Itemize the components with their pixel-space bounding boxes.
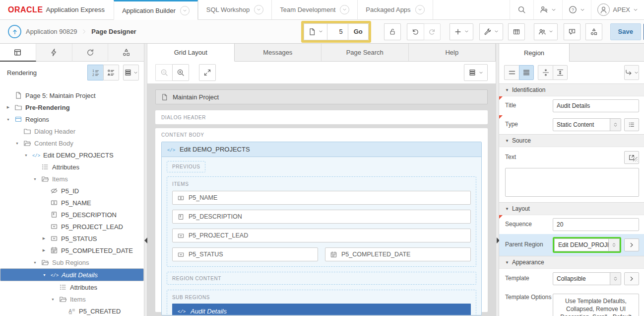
right-splitter[interactable] [496, 44, 499, 316]
resize-handle[interactable] [633, 157, 638, 161]
expand-all-button[interactable] [199, 64, 216, 81]
tree-node-p5-created[interactable]: AP5_CREATED [0, 305, 144, 316]
tree-node-regions[interactable]: ▼Regions [0, 113, 144, 125]
source-text-area[interactable] [505, 168, 639, 197]
save-button[interactable]: Save [610, 23, 641, 40]
nav-tab-menu[interactable] [415, 5, 425, 14]
center-tab-grid-layout[interactable]: Grid Layout [147, 44, 235, 62]
nav-tab-packaged-apps[interactable]: Packaged Apps [357, 0, 433, 19]
zoom-out-button[interactable] [155, 64, 172, 81]
region-edit-demo-projects[interactable]: </> Edit DEMO_PROJECTS PREVIOUS ITEMS P5… [161, 142, 482, 316]
tree-node-attributes[interactable]: Attributes [0, 161, 144, 173]
tree-node-page-5-maintain-project[interactable]: Page 5: Maintain Project [0, 89, 144, 101]
tree-down-arrow-icon[interactable]: ▼ [14, 142, 20, 145]
grid-item-p5_status[interactable]: P5_STATUS [172, 247, 318, 261]
tree-node-pre-rendering[interactable]: ▶Pre-Rendering [0, 101, 144, 113]
page-title-bar[interactable]: Maintain Project [155, 89, 488, 104]
grid-button[interactable] [508, 23, 525, 40]
tree-right-arrow-icon[interactable]: ▶ [41, 248, 47, 252]
left-tab-refresh[interactable] [72, 44, 109, 62]
section-identification[interactable]: ▼ Identification [499, 83, 644, 96]
previous-slot[interactable]: PREVIOUS [167, 161, 205, 172]
tree-node-dialog-header[interactable]: Dialog Header [0, 125, 144, 137]
breadcrumb-application[interactable]: Application 90829 [26, 28, 77, 35]
tree-node-edit-demo-projects[interactable]: ▼</>Edit DEMO_PROJECTS [0, 149, 144, 161]
template-goto-button[interactable] [624, 272, 639, 285]
tree-down-arrow-icon[interactable]: ▼ [50, 298, 56, 301]
plus-button[interactable] [450, 23, 473, 40]
wrench-button[interactable] [479, 23, 503, 40]
items-slot[interactable]: ITEMS P5_NAMEP5_DESCRIPTIONP5_PROJECT_LE… [167, 176, 476, 267]
tree-node-p5-completed-date[interactable]: ▶P5_COMPLETED_DATE [0, 244, 144, 256]
left-tab-bolt[interactable] [36, 44, 72, 62]
tree-down-arrow-icon[interactable]: ▼ [5, 118, 11, 121]
spinner-button[interactable] [610, 273, 621, 285]
team-button[interactable] [534, 23, 558, 40]
user-menu[interactable]: APEX [591, 0, 644, 19]
parent-region-goto-button[interactable] [624, 238, 639, 251]
template-options-button[interactable]: Use Template Defaults, Collapsed, Remove… [553, 294, 639, 316]
tree-node-p5-project-lead[interactable]: P5_PROJECT_LEAD [0, 221, 144, 233]
sub-region-audit-details[interactable]: </> Audit Details [172, 304, 471, 316]
administration-menu[interactable] [533, 0, 562, 19]
type-select[interactable]: Static Content [553, 118, 621, 131]
collapse-left-panel-handle[interactable] [144, 237, 147, 243]
spinner-button[interactable] [610, 119, 621, 131]
tree-node-audit-details[interactable]: ▼</>Audit Details [0, 268, 144, 281]
section-layout[interactable]: ▼ Layout [499, 202, 644, 215]
tree-down-arrow-icon[interactable]: ▼ [32, 261, 38, 264]
redo-button[interactable] [424, 23, 441, 40]
nav-tab-menu[interactable] [340, 5, 349, 14]
expand-v-button[interactable] [553, 65, 568, 80]
tab-region[interactable]: Region [499, 44, 570, 62]
tree-node-items[interactable]: ▼Items [0, 293, 144, 305]
page-picker-button[interactable] [304, 23, 327, 40]
center-tab-help[interactable]: Help [409, 44, 496, 62]
tree-node-attributes[interactable]: Attributes [0, 281, 144, 293]
tree-right-arrow-icon[interactable]: ▶ [41, 237, 47, 240]
comment-plus-button[interactable] [564, 23, 580, 40]
grid-item-p5_project_lead[interactable]: P5_PROJECT_LEAD [172, 229, 471, 242]
zoom-in-button[interactable] [172, 64, 189, 81]
center-tab-messages[interactable]: Messages [235, 44, 322, 62]
order-list-view-button[interactable]: 12 [87, 65, 103, 80]
sequence-input[interactable] [553, 218, 639, 231]
sub-regions-slot[interactable]: SUB REGIONS </> Audit Details [167, 290, 476, 316]
nav-tab-menu[interactable] [180, 6, 190, 15]
go-to-group-button[interactable] [624, 65, 639, 80]
tree-node-p5-description[interactable]: P5_DESCRIPTION [0, 209, 144, 221]
align-4-button[interactable] [519, 65, 534, 80]
grid-item-p5_completed_date[interactable]: P5_COMPLETED_DATE [325, 247, 471, 261]
section-appearance[interactable]: ▼ Appearance [499, 256, 644, 269]
tree-node-content-body[interactable]: ▼Content Body [0, 137, 144, 149]
section-source[interactable]: ▼ Source [499, 134, 644, 147]
go-button[interactable]: Go [348, 23, 369, 40]
nav-tab-sql-workshop[interactable]: SQL Workshop [198, 0, 271, 19]
undo-button[interactable] [407, 23, 424, 40]
grid-menu-button[interactable] [464, 64, 488, 81]
template-select[interactable]: Collapsible [553, 272, 621, 285]
tree-node-p5-name[interactable]: P5_NAME [0, 197, 144, 209]
grid-item-p5_name[interactable]: P5_NAME [172, 191, 471, 205]
title-input[interactable] [553, 99, 639, 112]
grid-item-p5_description[interactable]: P5_DESCRIPTION [172, 210, 471, 224]
tree-down-arrow-icon[interactable]: ▼ [23, 154, 29, 157]
left-tab-shapes[interactable] [108, 44, 144, 62]
region-content-slot[interactable]: REGION CONTENT [167, 272, 476, 285]
collapse-v-button[interactable] [538, 65, 553, 80]
region-header[interactable]: </> Edit DEMO_PROJECTS [162, 142, 481, 157]
up-to-application-button[interactable] [8, 25, 21, 38]
nav-tab-application-builder[interactable]: Application Builder [114, 0, 198, 20]
rendering-menu-button[interactable] [123, 65, 139, 80]
help-menu[interactable]: ? [562, 0, 591, 19]
center-tab-page-search[interactable]: Page Search [322, 44, 409, 62]
parent-region-select[interactable]: Edit DEMO_PROJECTS [554, 238, 620, 251]
tree-node-sub-regions[interactable]: ▼Sub Regions [0, 256, 144, 268]
tree-right-arrow-icon[interactable]: ▶ [5, 105, 11, 109]
type-list-button[interactable] [624, 118, 639, 131]
tree-node-p5-id[interactable]: P5_ID [0, 185, 144, 197]
shapes-button[interactable] [585, 23, 602, 40]
left-tab-layout[interactable] [0, 44, 36, 62]
nav-tab-menu[interactable] [254, 5, 263, 14]
tree-down-arrow-icon[interactable]: ▼ [32, 177, 38, 181]
